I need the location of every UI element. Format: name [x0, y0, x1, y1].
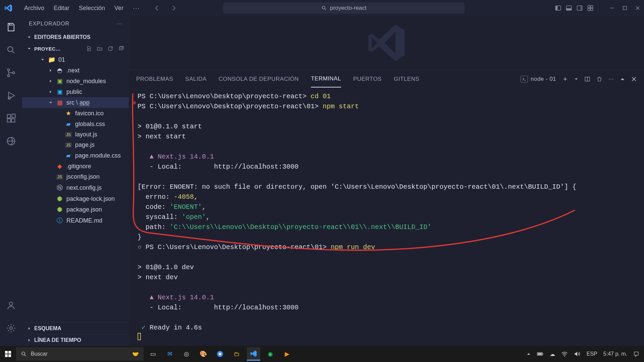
maximize-panel-icon[interactable]: [620, 76, 625, 82]
toggle-panel-icon[interactable]: [566, 5, 572, 11]
project-header[interactable]: PROYEC…: [22, 43, 129, 54]
close-panel-icon[interactable]: [631, 76, 637, 82]
language-indicator[interactable]: ESP: [587, 351, 597, 357]
tab-gitlens[interactable]: GITLENS: [394, 71, 419, 87]
kill-terminal-icon[interactable]: [596, 76, 602, 82]
panel-more-icon[interactable]: ···: [608, 76, 614, 82]
new-terminal-icon[interactable]: [562, 76, 568, 82]
tab-terminal[interactable]: TERMINAL: [311, 71, 341, 87]
folder-src-app[interactable]: ▦src \ src \ appapp: [22, 97, 129, 108]
tab-salida[interactable]: SALIDA: [185, 71, 206, 87]
copilot-app-icon[interactable]: ◎: [180, 347, 193, 361]
svg-rect-30: [8, 354, 11, 357]
tray-chevron-icon[interactable]: [526, 352, 531, 356]
svg-rect-38: [634, 352, 638, 355]
outline-header[interactable]: ESQUEMA: [22, 322, 129, 334]
file-layout-js[interactable]: JSlayout.js: [22, 129, 129, 140]
onedrive-icon[interactable]: ☁: [550, 351, 555, 357]
split-terminal-icon[interactable]: [584, 76, 590, 82]
svg-rect-27: [5, 351, 8, 354]
volume-icon[interactable]: [574, 351, 581, 357]
svg-rect-7: [588, 6, 590, 8]
open-editors-header[interactable]: EDITORES ABIERTOS: [22, 32, 129, 43]
menu-editar[interactable]: Editar: [50, 3, 73, 14]
media-app-icon[interactable]: ▶: [280, 347, 294, 361]
file-next-config[interactable]: Ⓝnext.config.js: [22, 182, 129, 193]
task-view-icon[interactable]: ▭: [146, 347, 160, 361]
file-tree: 📁01 ◓.next ▣node_modules ▣public ▦src \ …: [22, 54, 129, 322]
sidebar-more-icon[interactable]: ···: [117, 21, 122, 27]
search-icon[interactable]: [6, 45, 16, 55]
svg-rect-6: [580, 6, 582, 10]
terminal-output[interactable]: PS C:\Users\Lenovo\Desktop\proyecto-reac…: [129, 88, 644, 347]
tab-puertos[interactable]: PUERTOS: [353, 71, 382, 87]
folder-01[interactable]: 📁01: [22, 54, 129, 65]
terminal-dropdown-icon[interactable]: [574, 77, 578, 81]
new-folder-icon[interactable]: [97, 46, 103, 52]
paint-app-icon[interactable]: 🎨: [197, 347, 210, 361]
svg-rect-10: [591, 8, 593, 11]
svg-point-15: [12, 72, 14, 74]
settings-gear-icon[interactable]: [6, 323, 16, 333]
window-minimize-icon[interactable]: [610, 6, 614, 10]
file-package-json[interactable]: ⬢package.json: [22, 204, 129, 215]
svg-point-22: [9, 302, 13, 305]
wifi-icon[interactable]: [561, 351, 568, 357]
tab-consola[interactable]: CONSOLA DE DEPURACIÓN: [219, 71, 299, 87]
clock[interactable]: 5:47 p. m.: [603, 351, 627, 357]
menu-seleccion[interactable]: Selección: [75, 3, 108, 14]
timeline-header[interactable]: LÍNEA DE TIEMPO: [22, 334, 129, 346]
chrome-app-icon[interactable]: [213, 347, 227, 361]
collapse-all-icon[interactable]: [118, 46, 124, 52]
refresh-icon[interactable]: [107, 46, 113, 52]
remote-icon[interactable]: [6, 136, 16, 146]
terminal-process[interactable]: node - 01: [521, 76, 556, 82]
menu-bar: Archivo Editar Selección Ver ···: [21, 3, 143, 14]
svg-rect-11: [623, 6, 627, 10]
file-jsconfig[interactable]: JSjsconfig.json: [22, 172, 129, 182]
vscode-app-icon[interactable]: [247, 347, 260, 361]
toggle-primary-sidebar-icon[interactable]: [555, 5, 561, 11]
command-center[interactable]: proyecto-react: [223, 2, 465, 14]
svg-point-13: [7, 69, 9, 71]
folder-public[interactable]: ▣public: [22, 86, 129, 97]
file-page-js[interactable]: JSpage.js: [22, 140, 129, 150]
bottom-panel: PROBLEMAS SALIDA CONSOLA DE DEPURACIÓN T…: [129, 70, 644, 347]
file-package-lock[interactable]: ⬢package-lock.json: [22, 193, 129, 204]
run-debug-icon[interactable]: [6, 90, 16, 101]
file-favicon[interactable]: ★favicon.ico: [22, 108, 129, 119]
svg-point-14: [7, 75, 9, 77]
menu-ver[interactable]: Ver: [111, 3, 127, 14]
file-readme[interactable]: ⓘREADME.md: [22, 215, 129, 226]
customize-layout-icon[interactable]: [587, 5, 594, 11]
new-file-icon[interactable]: [86, 46, 92, 52]
window-maximize-icon[interactable]: [623, 6, 627, 10]
start-button[interactable]: [0, 346, 16, 362]
svg-point-23: [10, 327, 12, 329]
svg-rect-28: [8, 351, 11, 354]
file-globals-css[interactable]: ▰globals.css: [22, 119, 129, 129]
editor-area: PROBLEMAS SALIDA CONSOLA DE DEPURACIÓN T…: [129, 16, 644, 346]
source-control-icon[interactable]: [6, 68, 16, 78]
file-page-module-css[interactable]: ▰page.module.css: [22, 150, 129, 161]
svg-rect-18: [7, 119, 11, 122]
menu-more-icon[interactable]: ···: [129, 3, 143, 14]
folder-node-modules[interactable]: ▣node_modules: [22, 76, 129, 86]
nav-back-icon[interactable]: [154, 5, 161, 11]
window-close-icon[interactable]: [635, 6, 640, 10]
extensions-icon[interactable]: [6, 113, 16, 123]
nav-forward-icon[interactable]: [170, 5, 177, 11]
explorer-icon[interactable]: [6, 22, 16, 32]
menu-archivo[interactable]: Archivo: [21, 3, 48, 14]
whatsapp-app-icon[interactable]: ◉: [264, 347, 277, 361]
folder-next[interactable]: ◓.next: [22, 65, 129, 76]
mail-app-icon[interactable]: ✉: [163, 347, 176, 361]
file-gitignore[interactable]: ◆.gitignore: [22, 161, 129, 172]
toggle-secondary-sidebar-icon[interactable]: [576, 5, 583, 11]
tab-problemas[interactable]: PROBLEMAS: [136, 71, 173, 87]
battery-icon[interactable]: [537, 352, 544, 356]
file-explorer-icon[interactable]: 🗀: [230, 347, 244, 361]
taskbar-search[interactable]: Buscar 🤝: [16, 347, 144, 361]
account-icon[interactable]: [6, 300, 16, 310]
notifications-icon[interactable]: [633, 351, 639, 357]
